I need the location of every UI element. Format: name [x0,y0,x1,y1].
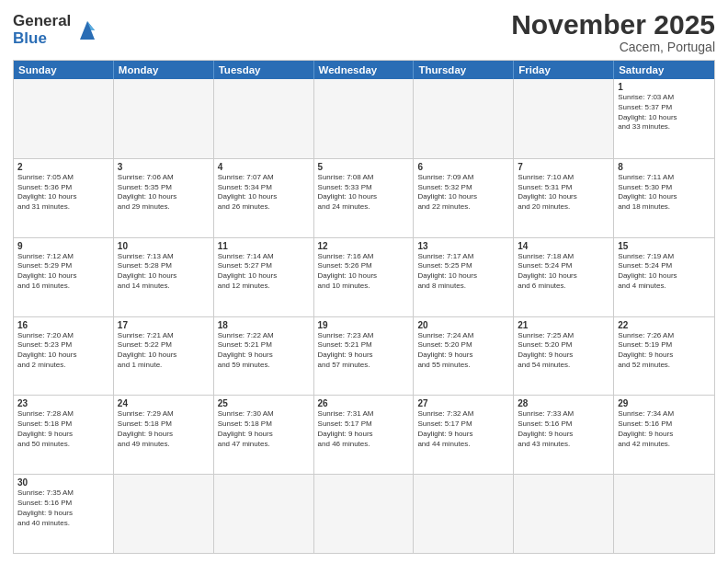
title-block: November 2025 Cacem, Portugal [511,9,715,54]
day-number: 3 [118,162,210,172]
day-info: Sunrise: 7:34 AM Sunset: 5:16 PM Dayligh… [618,409,711,449]
day-number: 2 [17,162,109,172]
day-info: Sunrise: 7:21 AM Sunset: 5:22 PM Dayligh… [118,331,210,371]
day-cell: 5Sunrise: 7:08 AM Sunset: 5:33 PM Daylig… [314,159,415,237]
empty-cell [414,79,514,158]
weekday-header-saturday: Saturday [614,61,714,79]
day-cell: 19Sunrise: 7:23 AM Sunset: 5:21 PM Dayli… [314,317,415,396]
day-number: 17 [118,320,210,330]
day-info: Sunrise: 7:07 AM Sunset: 5:34 PM Dayligh… [218,173,310,213]
day-info: Sunrise: 7:13 AM Sunset: 5:28 PM Dayligh… [118,252,210,292]
day-number: 14 [518,241,609,251]
empty-cell [114,475,214,553]
calendar-row: 2Sunrise: 7:05 AM Sunset: 5:36 PM Daylig… [14,158,714,237]
weekday-header-tuesday: Tuesday [214,61,314,79]
day-info: Sunrise: 7:19 AM Sunset: 5:24 PM Dayligh… [618,252,711,292]
empty-cell [314,79,415,158]
day-info: Sunrise: 7:31 AM Sunset: 5:17 PM Dayligh… [318,409,410,449]
day-cell: 4Sunrise: 7:07 AM Sunset: 5:34 PM Daylig… [214,159,314,237]
day-info: Sunrise: 7:32 AM Sunset: 5:17 PM Dayligh… [417,409,509,449]
day-info: Sunrise: 7:33 AM Sunset: 5:16 PM Dayligh… [518,409,609,449]
day-cell: 11Sunrise: 7:14 AM Sunset: 5:27 PM Dayli… [214,238,314,316]
day-number: 27 [417,398,509,408]
weekday-header-friday: Friday [514,61,614,79]
day-cell: 15Sunrise: 7:19 AM Sunset: 5:24 PM Dayli… [614,238,714,316]
day-cell: 21Sunrise: 7:25 AM Sunset: 5:20 PM Dayli… [514,317,614,396]
day-cell: 6Sunrise: 7:09 AM Sunset: 5:32 PM Daylig… [414,159,514,237]
day-info: Sunrise: 7:09 AM Sunset: 5:32 PM Dayligh… [417,173,509,213]
calendar: SundayMondayTuesdayWednesdayThursdayFrid… [13,60,715,554]
day-number: 25 [218,398,310,408]
day-number: 5 [318,162,410,172]
day-info: Sunrise: 7:35 AM Sunset: 5:16 PM Dayligh… [17,488,109,528]
day-number: 21 [518,320,609,330]
day-number: 1 [618,82,711,92]
day-cell: 7Sunrise: 7:10 AM Sunset: 5:31 PM Daylig… [514,159,614,237]
day-cell: 20Sunrise: 7:24 AM Sunset: 5:20 PM Dayli… [414,317,514,396]
day-cell: 26Sunrise: 7:31 AM Sunset: 5:17 PM Dayli… [314,396,415,474]
day-number: 23 [17,398,109,408]
weekday-header-sunday: Sunday [14,61,114,79]
day-info: Sunrise: 7:16 AM Sunset: 5:26 PM Dayligh… [318,252,410,292]
day-info: Sunrise: 7:03 AM Sunset: 5:37 PM Dayligh… [618,93,711,132]
day-cell: 27Sunrise: 7:32 AM Sunset: 5:17 PM Dayli… [414,396,514,474]
day-info: Sunrise: 7:26 AM Sunset: 5:19 PM Dayligh… [618,331,711,371]
day-cell: 12Sunrise: 7:16 AM Sunset: 5:26 PM Dayli… [314,238,415,316]
day-number: 18 [218,320,310,330]
calendar-row: 1Sunrise: 7:03 AM Sunset: 5:37 PM Daylig… [14,79,714,158]
calendar-row: 30Sunrise: 7:35 AM Sunset: 5:16 PM Dayli… [14,474,714,553]
day-cell: 14Sunrise: 7:18 AM Sunset: 5:24 PM Dayli… [514,238,614,316]
day-number: 24 [118,398,210,408]
location: Cacem, Portugal [511,40,715,54]
empty-cell [214,79,314,158]
day-info: Sunrise: 7:06 AM Sunset: 5:35 PM Dayligh… [118,173,210,213]
day-number: 12 [318,241,410,251]
empty-cell [514,475,614,553]
day-number: 29 [618,398,711,408]
empty-cell [14,79,114,158]
day-number: 30 [17,477,109,488]
calendar-row: 16Sunrise: 7:20 AM Sunset: 5:23 PM Dayli… [14,316,714,396]
day-number: 26 [318,398,410,408]
day-cell: 13Sunrise: 7:17 AM Sunset: 5:25 PM Dayli… [414,238,514,316]
day-cell: 25Sunrise: 7:30 AM Sunset: 5:18 PM Dayli… [214,396,314,474]
day-cell: 1Sunrise: 7:03 AM Sunset: 5:37 PM Daylig… [614,79,714,158]
day-cell: 29Sunrise: 7:34 AM Sunset: 5:16 PM Dayli… [614,396,714,474]
day-number: 22 [618,320,711,330]
day-info: Sunrise: 7:18 AM Sunset: 5:24 PM Dayligh… [518,252,609,292]
day-number: 20 [417,320,509,330]
day-number: 16 [17,320,109,330]
day-cell: 17Sunrise: 7:21 AM Sunset: 5:22 PM Dayli… [114,317,214,396]
day-cell: 2Sunrise: 7:05 AM Sunset: 5:36 PM Daylig… [14,159,114,237]
day-info: Sunrise: 7:23 AM Sunset: 5:21 PM Dayligh… [318,331,410,371]
day-cell: 28Sunrise: 7:33 AM Sunset: 5:16 PM Dayli… [514,396,614,474]
logo: General Blue [13,13,102,47]
day-cell: 22Sunrise: 7:26 AM Sunset: 5:19 PM Dayli… [614,317,714,396]
logo-blue: Blue [13,29,47,47]
month-title: November 2025 [511,9,715,40]
day-info: Sunrise: 7:24 AM Sunset: 5:20 PM Dayligh… [417,331,509,371]
day-info: Sunrise: 7:12 AM Sunset: 5:29 PM Dayligh… [17,252,109,292]
day-info: Sunrise: 7:28 AM Sunset: 5:18 PM Dayligh… [17,409,109,449]
day-info: Sunrise: 7:10 AM Sunset: 5:31 PM Dayligh… [518,173,609,213]
day-number: 7 [518,162,609,172]
day-number: 8 [618,162,711,172]
day-cell: 3Sunrise: 7:06 AM Sunset: 5:35 PM Daylig… [114,159,214,237]
day-info: Sunrise: 7:14 AM Sunset: 5:27 PM Dayligh… [218,252,310,292]
day-cell: 30Sunrise: 7:35 AM Sunset: 5:16 PM Dayli… [14,475,114,553]
empty-cell [614,475,714,553]
day-info: Sunrise: 7:29 AM Sunset: 5:18 PM Dayligh… [118,409,210,449]
logo-general: General [13,12,71,29]
day-cell: 16Sunrise: 7:20 AM Sunset: 5:23 PM Dayli… [14,317,114,396]
day-info: Sunrise: 7:20 AM Sunset: 5:23 PM Dayligh… [17,331,109,371]
day-number: 4 [218,162,310,172]
empty-cell [214,475,314,553]
day-number: 15 [618,241,711,251]
day-info: Sunrise: 7:22 AM Sunset: 5:21 PM Dayligh… [218,331,310,371]
day-info: Sunrise: 7:05 AM Sunset: 5:36 PM Dayligh… [17,173,109,213]
calendar-body: 1Sunrise: 7:03 AM Sunset: 5:37 PM Daylig… [14,79,714,553]
day-cell: 8Sunrise: 7:11 AM Sunset: 5:30 PM Daylig… [614,159,714,237]
day-number: 13 [417,241,509,251]
header: General Blue November 2025 Cacem, Portug… [13,9,715,54]
day-cell: 18Sunrise: 7:22 AM Sunset: 5:21 PM Dayli… [214,317,314,396]
